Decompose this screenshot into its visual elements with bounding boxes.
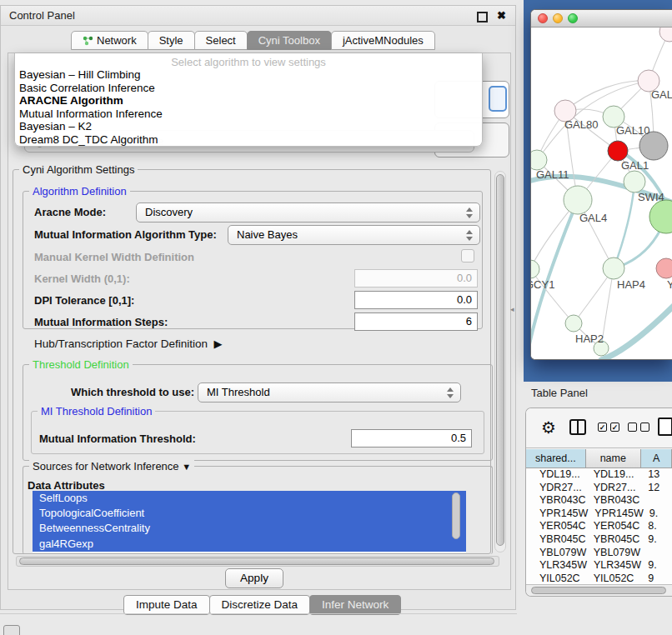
tab-select[interactable]: Select (194, 31, 248, 50)
network-canvas[interactable]: GAL GAL80 GAL10 GAL1 GAL11 SWI4 GAL4 GCY… (531, 28, 672, 360)
document-icon[interactable] (658, 418, 672, 436)
scrollbar-thumb[interactable] (452, 492, 460, 539)
panel-divider-arrow-icon[interactable]: ◂ (510, 305, 514, 313)
network-node-hap4[interactable] (603, 258, 624, 279)
combo-stepper-icon (466, 230, 474, 241)
screen: Control Panel ✖ Network Style Select Cyn… (0, 0, 672, 635)
network-edge (565, 81, 649, 111)
mi-type-combo[interactable]: Naive Bayes (228, 225, 480, 245)
tab-style[interactable]: Style (148, 31, 195, 50)
tab-label: Network (97, 32, 137, 49)
mac-zoom-button[interactable] (568, 13, 578, 23)
network-edge (601, 302, 672, 360)
algorithm-option[interactable]: Dream8 DC_TDC Algorithm (15, 133, 482, 147)
close-icon[interactable]: ✖ (497, 9, 506, 22)
algorithm-option[interactable]: Mutual Information Inference (15, 108, 482, 121)
which-threshold-combo[interactable]: MI Threshold (198, 382, 461, 402)
table-row[interactable]: YBL079WYBL079W (526, 547, 672, 560)
network-node-gcy1[interactable] (531, 260, 539, 278)
dropdown-hint: Select algorithm to view settings (15, 56, 482, 68)
scrollbar-thumb[interactable] (19, 558, 494, 565)
table-row[interactable]: YBR045CYBR045C9. (526, 533, 672, 547)
tab-infer-network[interactable]: Infer Network (309, 595, 401, 615)
combo-stepper-focused[interactable] (489, 86, 507, 112)
network-node-hap2[interactable] (565, 315, 582, 332)
table-header-row: shared... name A (526, 449, 672, 468)
table-row[interactable]: YDL19...YDL19...13 (526, 468, 672, 482)
network-node-green[interactable] (649, 200, 672, 233)
list-item[interactable]: TopologicalCoefficient (33, 506, 466, 521)
network-node-swi4[interactable] (624, 171, 645, 192)
dpi-tolerance-field[interactable]: 0.0 (354, 291, 478, 309)
apply-button[interactable]: Apply (225, 568, 283, 588)
scrollbar-thumb[interactable] (531, 587, 666, 594)
settings-vertical-scrollbar[interactable] (494, 171, 506, 552)
network-node[interactable] (659, 28, 672, 42)
table-row[interactable]: YLR345WYLR345W9. (526, 559, 672, 572)
hub-definition-expander[interactable]: Hub/Transcription Factor Definition ▶ (34, 338, 223, 350)
node-label: Y (667, 278, 672, 291)
list-item[interactable]: gal4RGexp (33, 537, 466, 552)
data-attributes-label: Data Attributes (28, 479, 105, 492)
tab-cyni-toolbox[interactable]: Cyni Toolbox (247, 31, 332, 50)
tab-network[interactable]: Network (71, 31, 148, 50)
column-header-shared[interactable]: shared... (526, 449, 586, 468)
list-item[interactable]: BetweennessCentrality (33, 521, 466, 536)
scrollbar-thumb[interactable] (496, 174, 504, 546)
algorithm-option[interactable]: Bayesian – K2 (15, 120, 482, 133)
node-label: GAL1 (621, 159, 649, 172)
network-node-gal11[interactable] (531, 150, 547, 170)
algorithm-definition-title: Algorithm Definition (29, 185, 130, 198)
mi-threshold-field[interactable]: 0.5 (351, 429, 472, 448)
list-item[interactable]: SelfLoops (33, 491, 466, 506)
tab-discretize-data[interactable]: Discretize Data (209, 595, 311, 615)
algorithm-option-selected[interactable]: ARACNE Algorithm (15, 94, 482, 108)
aracne-mode-combo[interactable]: Discovery (136, 202, 480, 222)
algorithm-option[interactable]: Bayesian – Hill Climbing (15, 68, 482, 82)
algorithm-option[interactable]: Basic Correlation Inference (15, 82, 482, 95)
float-window-icon[interactable] (477, 12, 488, 22)
aracne-mode-label: Aracne Mode: (34, 206, 106, 218)
node-label: GCY1 (531, 278, 554, 291)
mi-threshold-label: Mutual Information Threshold: (39, 432, 196, 445)
network-node-salmon[interactable] (656, 258, 672, 278)
unchecked-checkbox-icon[interactable] (628, 422, 637, 432)
manual-kernel-label: Manual Kernel Width Definition (34, 251, 194, 263)
attributes-list-scrollbar[interactable] (452, 492, 462, 551)
node-label: GAL10 (616, 124, 649, 137)
tab-jactivemnodules[interactable]: jActiveMNodules (331, 31, 435, 50)
mi-type-label: Mutual Information Algorithm Type: (34, 228, 217, 241)
table-row[interactable]: YDR27...YDR27...12 (526, 482, 672, 495)
algorithm-dropdown-popup: Select algorithm to view settings Bayesi… (14, 53, 483, 147)
mi-steps-field[interactable]: 6 (354, 312, 478, 331)
mac-close-button[interactable] (538, 13, 548, 23)
column-header-partial[interactable]: A (641, 449, 672, 468)
mac-minimize-button[interactable] (553, 13, 563, 23)
table-row[interactable]: YER054CYER054C8. (526, 520, 672, 533)
table-row[interactable]: YPR145WYPR145W9. (526, 508, 672, 521)
checked-checkbox-icon[interactable]: ✓ (610, 422, 619, 432)
gear-icon[interactable]: ⚙ (541, 417, 556, 438)
table-row[interactable]: YIL052CYIL052C9 (526, 572, 672, 584)
network-node-gal4[interactable] (564, 186, 592, 214)
column-header-name[interactable]: name (586, 449, 641, 468)
control-panel-titlebar[interactable]: Control Panel ✖ (1, 6, 515, 26)
node-label: GAL80 (564, 118, 598, 131)
checked-checkbox-icon[interactable]: ✓ (598, 422, 607, 432)
column-layout-icon[interactable] (569, 419, 586, 435)
settings-horizontal-scrollbar[interactable] (16, 556, 499, 567)
collapse-triangle-icon: ▼ (182, 462, 191, 472)
network-node-gal1-red[interactable] (608, 141, 628, 161)
network-window-titlebar[interactable] (531, 10, 672, 28)
unchecked-checkbox-icon[interactable] (640, 422, 649, 432)
table-row[interactable]: YBR043CYBR043C (526, 494, 672, 508)
table-horizontal-scrollbar[interactable] (526, 584, 672, 596)
dpi-tolerance-label: DPI Tolerance [0,1]: (34, 294, 134, 307)
network-icon (83, 35, 93, 46)
collapsed-panel-icon[interactable] (3, 625, 20, 635)
mi-steps-label: Mutual Information Steps: (34, 316, 168, 328)
tab-impute-data[interactable]: Impute Data (123, 595, 210, 615)
manual-kernel-checkbox[interactable] (461, 249, 474, 262)
kernel-width-field[interactable]: 0.0 (354, 269, 478, 288)
sources-title[interactable]: Sources for Network Inference ▼ (29, 460, 194, 472)
